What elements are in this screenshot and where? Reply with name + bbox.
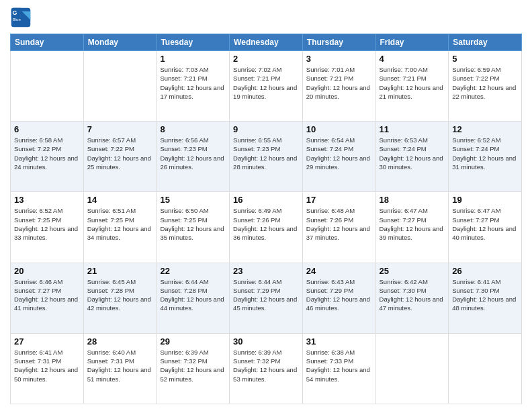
day-number: 6 (14, 124, 80, 134)
calendar-day-22: 22Sunrise: 6:44 AMSunset: 7:28 PMDayligh… (157, 263, 230, 333)
day-detail: Sunrise: 6:41 AMSunset: 7:31 PMDaylight:… (14, 348, 80, 383)
calendar-day-17: 17Sunrise: 6:48 AMSunset: 7:26 PMDayligh… (302, 192, 375, 263)
calendar-day-19: 19Sunrise: 6:47 AMSunset: 7:27 PMDayligh… (449, 192, 522, 263)
calendar-day-14: 14Sunrise: 6:51 AMSunset: 7:25 PMDayligh… (83, 192, 157, 263)
day-detail: Sunrise: 6:47 AMSunset: 7:27 PMDaylight:… (380, 206, 445, 242)
day-detail: Sunrise: 6:45 AMSunset: 7:28 PMDaylight:… (87, 277, 153, 313)
calendar-day-13: 13Sunrise: 6:52 AMSunset: 7:25 PMDayligh… (11, 192, 84, 263)
weekday-header-tuesday: Tuesday (157, 34, 230, 51)
day-number: 30 (233, 336, 299, 347)
weekday-header-saturday: Saturday (449, 34, 522, 51)
day-number: 14 (87, 195, 153, 205)
day-detail: Sunrise: 6:52 AMSunset: 7:25 PMDaylight:… (14, 206, 80, 242)
calendar-day-10: 10Sunrise: 6:54 AMSunset: 7:24 PMDayligh… (302, 122, 375, 192)
day-detail: Sunrise: 6:50 AMSunset: 7:25 PMDaylight:… (160, 206, 226, 242)
day-detail: Sunrise: 6:59 AMSunset: 7:22 PMDaylight:… (452, 65, 518, 101)
day-number: 28 (87, 336, 153, 347)
calendar-day-9: 9Sunrise: 6:55 AMSunset: 7:23 PMDaylight… (230, 122, 303, 192)
day-number: 7 (87, 124, 153, 134)
day-number: 23 (233, 266, 299, 276)
calendar-day-15: 15Sunrise: 6:50 AMSunset: 7:25 PMDayligh… (157, 192, 230, 263)
day-detail: Sunrise: 6:48 AMSunset: 7:26 PMDaylight:… (306, 206, 372, 242)
logo: G Blue (10, 7, 34, 28)
day-number: 16 (233, 195, 299, 205)
day-detail: Sunrise: 6:58 AMSunset: 7:22 PMDaylight:… (14, 136, 80, 171)
calendar-week-row: 20Sunrise: 6:46 AMSunset: 7:27 PMDayligh… (11, 263, 522, 333)
day-number: 27 (14, 336, 80, 347)
day-number: 18 (380, 195, 445, 205)
day-detail: Sunrise: 6:40 AMSunset: 7:31 PMDaylight:… (87, 348, 153, 383)
calendar-day-11: 11Sunrise: 6:53 AMSunset: 7:24 PMDayligh… (375, 122, 449, 192)
calendar-empty-cell (375, 333, 449, 404)
day-number: 1 (160, 54, 226, 64)
calendar-day-20: 20Sunrise: 6:46 AMSunset: 7:27 PMDayligh… (11, 263, 84, 333)
calendar-day-12: 12Sunrise: 6:52 AMSunset: 7:24 PMDayligh… (449, 122, 522, 192)
day-number: 5 (452, 54, 518, 64)
calendar-week-row: 6Sunrise: 6:58 AMSunset: 7:22 PMDaylight… (11, 122, 522, 192)
weekday-header-monday: Monday (83, 34, 157, 51)
day-detail: Sunrise: 6:44 AMSunset: 7:29 PMDaylight:… (233, 277, 299, 313)
day-number: 31 (306, 336, 372, 347)
day-detail: Sunrise: 6:41 AMSunset: 7:30 PMDaylight:… (452, 277, 518, 313)
svg-text:G: G (13, 9, 17, 16)
day-number: 24 (306, 266, 372, 276)
day-number: 17 (306, 195, 372, 205)
day-number: 11 (380, 124, 445, 134)
calendar-day-23: 23Sunrise: 6:44 AMSunset: 7:29 PMDayligh… (230, 263, 303, 333)
calendar-empty-cell (83, 51, 157, 122)
calendar-day-3: 3Sunrise: 7:01 AMSunset: 7:21 PMDaylight… (302, 51, 375, 122)
day-number: 25 (380, 266, 445, 276)
weekday-header-wednesday: Wednesday (230, 34, 303, 51)
day-number: 21 (87, 266, 153, 276)
svg-text:Blue: Blue (13, 17, 21, 21)
day-detail: Sunrise: 6:42 AMSunset: 7:30 PMDaylight:… (380, 277, 445, 313)
day-number: 22 (160, 266, 226, 276)
day-detail: Sunrise: 7:00 AMSunset: 7:21 PMDaylight:… (380, 65, 445, 101)
day-number: 9 (233, 124, 299, 134)
page: G Blue SundayMondayTuesdayWednesdayThurs… (0, 0, 532, 411)
day-detail: Sunrise: 6:53 AMSunset: 7:24 PMDaylight:… (380, 136, 445, 171)
header: G Blue (10, 7, 522, 28)
calendar-week-row: 1Sunrise: 7:03 AMSunset: 7:21 PMDaylight… (11, 51, 522, 122)
day-detail: Sunrise: 6:52 AMSunset: 7:24 PMDaylight:… (452, 136, 518, 171)
day-detail: Sunrise: 6:51 AMSunset: 7:25 PMDaylight:… (87, 206, 153, 242)
calendar-day-18: 18Sunrise: 6:47 AMSunset: 7:27 PMDayligh… (375, 192, 449, 263)
calendar-empty-cell (449, 333, 522, 404)
day-detail: Sunrise: 6:54 AMSunset: 7:24 PMDaylight:… (306, 136, 372, 171)
calendar-day-16: 16Sunrise: 6:49 AMSunset: 7:26 PMDayligh… (230, 192, 303, 263)
day-detail: Sunrise: 6:39 AMSunset: 7:32 PMDaylight:… (233, 348, 299, 383)
day-number: 19 (452, 195, 518, 205)
day-number: 8 (160, 124, 226, 134)
calendar-day-26: 26Sunrise: 6:41 AMSunset: 7:30 PMDayligh… (449, 263, 522, 333)
weekday-header-friday: Friday (375, 34, 449, 51)
calendar-day-28: 28Sunrise: 6:40 AMSunset: 7:31 PMDayligh… (83, 333, 157, 404)
calendar-week-row: 13Sunrise: 6:52 AMSunset: 7:25 PMDayligh… (11, 192, 522, 263)
calendar-day-6: 6Sunrise: 6:58 AMSunset: 7:22 PMDaylight… (11, 122, 84, 192)
calendar-week-row: 27Sunrise: 6:41 AMSunset: 7:31 PMDayligh… (11, 333, 522, 404)
day-detail: Sunrise: 7:02 AMSunset: 7:21 PMDaylight:… (233, 65, 299, 101)
calendar-table: SundayMondayTuesdayWednesdayThursdayFrid… (10, 34, 522, 404)
day-detail: Sunrise: 6:49 AMSunset: 7:26 PMDaylight:… (233, 206, 299, 242)
day-number: 12 (452, 124, 518, 134)
calendar-day-21: 21Sunrise: 6:45 AMSunset: 7:28 PMDayligh… (83, 263, 157, 333)
day-detail: Sunrise: 6:57 AMSunset: 7:22 PMDaylight:… (87, 136, 153, 171)
day-detail: Sunrise: 6:56 AMSunset: 7:23 PMDaylight:… (160, 136, 226, 171)
day-number: 10 (306, 124, 372, 134)
day-number: 20 (14, 266, 80, 276)
day-detail: Sunrise: 6:55 AMSunset: 7:23 PMDaylight:… (233, 136, 299, 171)
calendar-day-8: 8Sunrise: 6:56 AMSunset: 7:23 PMDaylight… (157, 122, 230, 192)
calendar-day-27: 27Sunrise: 6:41 AMSunset: 7:31 PMDayligh… (11, 333, 84, 404)
calendar-day-7: 7Sunrise: 6:57 AMSunset: 7:22 PMDaylight… (83, 122, 157, 192)
logo-icon: G Blue (10, 7, 32, 28)
day-detail: Sunrise: 6:44 AMSunset: 7:28 PMDaylight:… (160, 277, 226, 313)
day-detail: Sunrise: 7:03 AMSunset: 7:21 PMDaylight:… (160, 65, 226, 101)
calendar-day-1: 1Sunrise: 7:03 AMSunset: 7:21 PMDaylight… (157, 51, 230, 122)
day-number: 29 (160, 336, 226, 347)
day-number: 3 (306, 54, 372, 64)
calendar-header-row: SundayMondayTuesdayWednesdayThursdayFrid… (11, 34, 522, 51)
day-detail: Sunrise: 7:01 AMSunset: 7:21 PMDaylight:… (306, 65, 372, 101)
weekday-header-thursday: Thursday (302, 34, 375, 51)
calendar-day-2: 2Sunrise: 7:02 AMSunset: 7:21 PMDaylight… (230, 51, 303, 122)
calendar-day-24: 24Sunrise: 6:43 AMSunset: 7:29 PMDayligh… (302, 263, 375, 333)
day-number: 15 (160, 195, 226, 205)
